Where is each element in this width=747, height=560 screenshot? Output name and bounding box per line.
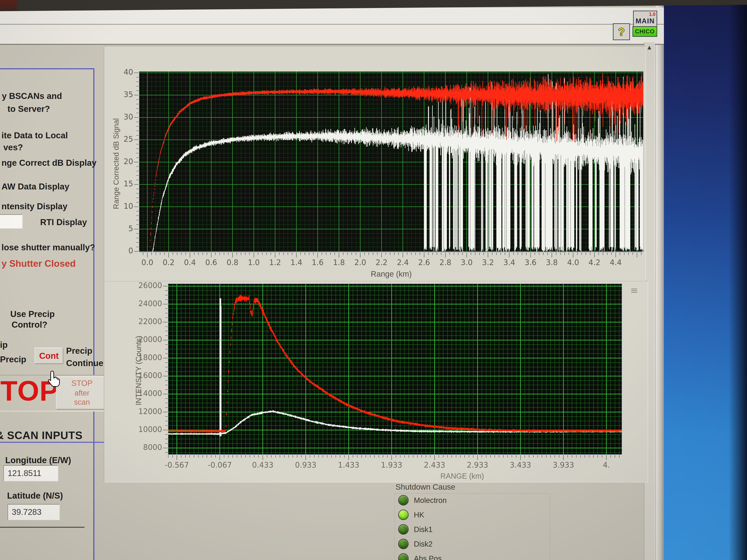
help-button[interactable]: ? <box>613 23 630 40</box>
bottom-plot-xlabel: RANGE (km) <box>440 472 484 480</box>
label-use-precip-1: Use Precip <box>10 309 55 319</box>
label-copy-bscans-1: y BSCANs and <box>2 91 62 101</box>
longitude-field[interactable] <box>3 465 58 481</box>
label-write-data-2: ves? <box>3 142 23 152</box>
stop-after-label-3: scan <box>57 398 107 406</box>
chico-button-label: CHICO <box>635 28 655 35</box>
led-row: Molectron <box>398 495 447 506</box>
scan-inputs-underline <box>0 442 107 443</box>
label-close-shutter: lose shutter manually? <box>1 242 95 252</box>
led-label: HK <box>414 511 424 519</box>
chico-button[interactable]: CHICO <box>633 26 657 37</box>
scan-inputs-header: & SCAN INPUTS <box>0 429 82 442</box>
led-indicator <box>398 524 409 535</box>
cont-button-label: Cont <box>39 351 59 361</box>
stop-after-label-1: STOP <box>57 379 107 388</box>
desktop-background <box>664 0 747 560</box>
led-label: Abs Pos <box>414 554 442 560</box>
mouse-cursor-icon <box>47 370 61 388</box>
label-range-correct-db: nge Correct dB Display <box>1 158 97 168</box>
led-label: Disk2 <box>414 540 433 548</box>
scroll-up-button[interactable]: ▲ <box>644 44 654 51</box>
led-label: Molectron <box>414 496 447 505</box>
plot-grip-icon[interactable] <box>631 289 637 293</box>
stop-button[interactable]: TOP <box>0 376 55 409</box>
label-precip-left: Precip <box>0 354 26 364</box>
label-precip-continue-1: Precip <box>66 346 93 356</box>
stop-after-scan-button[interactable]: STOP after scan <box>56 376 108 409</box>
window-right-edge <box>656 6 664 560</box>
led-indicator <box>398 495 409 506</box>
menu-bar <box>0 25 664 45</box>
left-panel-border-right <box>93 68 94 560</box>
label-copy-bscans-2: to Server? <box>7 104 50 114</box>
led-row: HK <box>398 510 447 520</box>
label-use-precip-2: Control? <box>11 320 47 330</box>
latitude-field[interactable] <box>7 504 60 520</box>
rti-display-input[interactable] <box>0 214 23 229</box>
main-button-label: MAIN <box>634 17 656 25</box>
shutdown-led-list: MolectronHKDisk1Disk2Abs Pos <box>398 495 447 560</box>
shutdown-title: Shutdown Cause <box>395 483 455 491</box>
led-row: Disk2 <box>398 539 447 549</box>
bottom-plot-ylabel: INTENSITY (Counts) <box>134 336 143 405</box>
top-plot-xlabel: Range (km) <box>371 270 412 278</box>
label-shutter-closed: y Shutter Closed <box>1 258 76 269</box>
main-button[interactable]: 1.0 MAIN <box>633 11 657 27</box>
longitude-label: Longitude (E/W) <box>5 455 71 465</box>
led-row: Disk1 <box>398 524 447 535</box>
help-icon: ? <box>618 26 625 38</box>
label-raw-data-display: AW Data Display <box>1 182 69 191</box>
led-label: Disk1 <box>414 525 433 534</box>
label-precip-continue-2: Continue <box>66 358 103 368</box>
led-indicator <box>398 553 409 560</box>
cont-button[interactable]: Cont <box>34 348 63 364</box>
top-plot-canvas <box>105 47 644 279</box>
bottom-plot-canvas <box>105 282 646 481</box>
label-intensity-display: ntensity Display <box>1 201 68 211</box>
version-badge: 1.0 <box>649 11 655 17</box>
label-skip: ip <box>0 340 8 350</box>
bezel-corner-tint <box>0 0 17 11</box>
stop-after-label-2: after <box>57 389 107 397</box>
led-indicator <box>398 510 409 520</box>
screen: 1.0 MAIN CHICO ? ▲ y BSCANs and to Serve… <box>0 0 747 560</box>
latitude-label: Latitude (N/S) <box>7 490 63 501</box>
led-indicator <box>398 539 409 549</box>
label-rti-display: RTI Display <box>40 217 87 227</box>
label-write-data-1: ite Data to Local <box>1 130 68 140</box>
top-plot-ylabel: Range Corrected dB Signal <box>112 118 121 209</box>
separator-line <box>0 527 84 528</box>
led-row: Abs Pos <box>398 553 447 560</box>
